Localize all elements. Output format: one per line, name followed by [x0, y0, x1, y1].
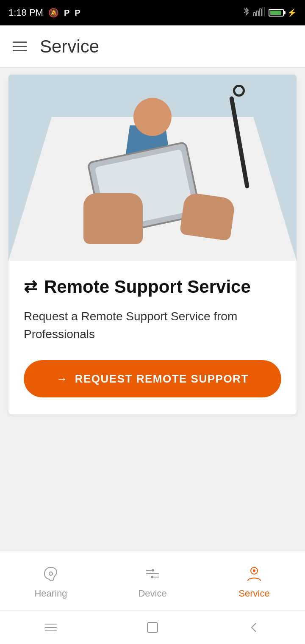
hearing-label: Hearing: [34, 588, 67, 599]
app-icon-2: P: [75, 8, 80, 18]
svg-point-4: [49, 572, 53, 575]
service-icon: [243, 563, 265, 585]
bluetooth-icon: [242, 7, 250, 19]
system-navigation-bar: [0, 610, 305, 644]
status-left: 1:18 PM 🔕 P P: [8, 7, 80, 18]
service-card: ⇄ Remote Support Service Request a Remot…: [8, 75, 297, 414]
button-label: REQUEST REMOTE SUPPORT: [75, 372, 249, 386]
nav-item-device[interactable]: Device: [102, 563, 203, 599]
svg-rect-0: [253, 13, 255, 16]
status-right: ⚡: [242, 7, 297, 19]
card-title-text: Remote Support Service: [44, 276, 251, 297]
charging-icon: ⚡: [287, 8, 297, 17]
bottom-navigation: Hearing Device Service: [0, 551, 305, 610]
hamburger-line-3: [13, 50, 27, 51]
hamburger-line-1: [13, 42, 27, 43]
status-bar: 1:18 PM 🔕 P P ⚡: [0, 0, 305, 25]
card-image: [8, 75, 297, 261]
battery-icon: [269, 9, 284, 17]
svg-rect-3: [262, 7, 264, 16]
status-time: 1:18 PM: [8, 7, 43, 18]
svg-point-9: [151, 576, 153, 578]
page-title: Service: [40, 36, 99, 57]
stethoscope-head: [233, 85, 245, 97]
svg-point-11: [253, 569, 255, 572]
nav-item-hearing[interactable]: Hearing: [0, 563, 102, 599]
app-icon-1: P: [64, 8, 69, 18]
signal-icon: [253, 7, 265, 19]
card-body: ⇄ Remote Support Service Request a Remot…: [8, 261, 297, 414]
hearing-icon: [40, 563, 62, 585]
nav-item-service[interactable]: Service: [203, 563, 305, 599]
svg-rect-1: [256, 11, 258, 16]
hand-right: [180, 192, 236, 241]
app-header: Service: [0, 25, 305, 68]
svg-rect-15: [147, 622, 158, 633]
button-arrow-icon: →: [56, 372, 68, 386]
device-label: Device: [138, 588, 166, 599]
main-content: ⇄ Remote Support Service Request a Remot…: [0, 68, 305, 551]
card-title: ⇄ Remote Support Service: [24, 276, 281, 297]
mute-icon: 🔕: [48, 8, 59, 18]
svg-point-8: [152, 569, 154, 572]
skin-neck: [133, 98, 172, 136]
system-menu-button[interactable]: [38, 615, 64, 640]
hamburger-line-2: [13, 46, 27, 47]
system-back-button[interactable]: [241, 615, 267, 640]
battery-fill: [270, 11, 281, 15]
svg-rect-2: [259, 9, 261, 16]
service-label: Service: [238, 588, 269, 599]
hamburger-menu-button[interactable]: [13, 42, 27, 51]
system-home-button[interactable]: [140, 615, 165, 640]
card-description: Request a Remote Support Service from Pr…: [24, 308, 281, 343]
transfer-icon: ⇄: [24, 277, 37, 297]
request-remote-support-button[interactable]: → REQUEST REMOTE SUPPORT: [24, 360, 281, 397]
device-icon: [141, 563, 164, 585]
hand-left: [83, 193, 143, 244]
